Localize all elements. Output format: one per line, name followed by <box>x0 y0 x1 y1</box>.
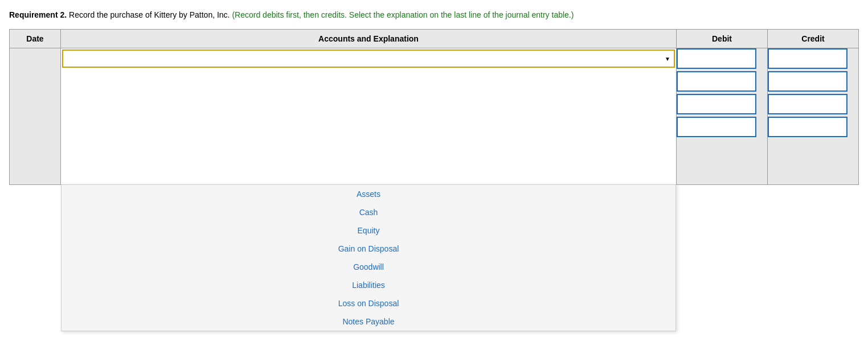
journal-table: Date Accounts and Explanation Debit Cred… <box>9 29 859 185</box>
table-header-row: Date Accounts and Explanation Debit Cred… <box>10 30 859 48</box>
header-account: Accounts and Explanation <box>61 30 677 48</box>
debit-input-1[interactable] <box>677 48 756 69</box>
instruction-main: Record the purchase of Kittery by Patton… <box>69 10 232 19</box>
credit-input-4[interactable] <box>768 117 847 137</box>
table-row: AssetsCashEquityGain on DisposalGoodwill… <box>10 48 859 185</box>
dropdown-option-notes-payable[interactable]: Notes Payable <box>62 312 675 331</box>
credit-input-3[interactable] <box>768 94 847 114</box>
dropdown-option-goodwill[interactable]: Goodwill <box>62 258 675 276</box>
header-credit: Credit <box>768 30 859 48</box>
dropdown-list: Assets Cash Equity Gain on Disposal Good… <box>61 184 676 331</box>
credit-input-1[interactable] <box>768 48 847 69</box>
dropdown-option-gain-on-disposal[interactable]: Gain on Disposal <box>62 240 675 258</box>
debit-input-2[interactable] <box>677 71 756 92</box>
header-debit: Debit <box>677 30 768 48</box>
credit-cell <box>768 48 859 185</box>
debit-input-3[interactable] <box>677 94 756 114</box>
dropdown-option-loss-on-disposal[interactable]: Loss on Disposal <box>62 294 675 312</box>
requirement-label: Requirement 2. <box>9 10 67 19</box>
credit-input-2[interactable] <box>768 71 847 92</box>
dropdown-option-cash[interactable]: Cash <box>62 203 675 221</box>
instruction-text: Requirement 2. Record the purchase of Ki… <box>9 9 859 21</box>
account-cell: AssetsCashEquityGain on DisposalGoodwill… <box>61 48 677 185</box>
dropdown-option-equity[interactable]: Equity <box>62 221 675 240</box>
account-dropdown[interactable]: AssetsCashEquityGain on DisposalGoodwill… <box>63 51 674 67</box>
debit-cell <box>677 48 768 185</box>
account-dropdown-wrapper: AssetsCashEquityGain on DisposalGoodwill… <box>62 50 675 68</box>
date-cell <box>10 48 61 185</box>
header-date: Date <box>10 30 61 48</box>
instruction-green: (Record debits first, then credits. Sele… <box>232 10 574 19</box>
dropdown-option-liabilities[interactable]: Liabilities <box>62 276 675 294</box>
dropdown-option-assets[interactable]: Assets <box>62 185 675 203</box>
debit-input-4[interactable] <box>677 117 756 137</box>
